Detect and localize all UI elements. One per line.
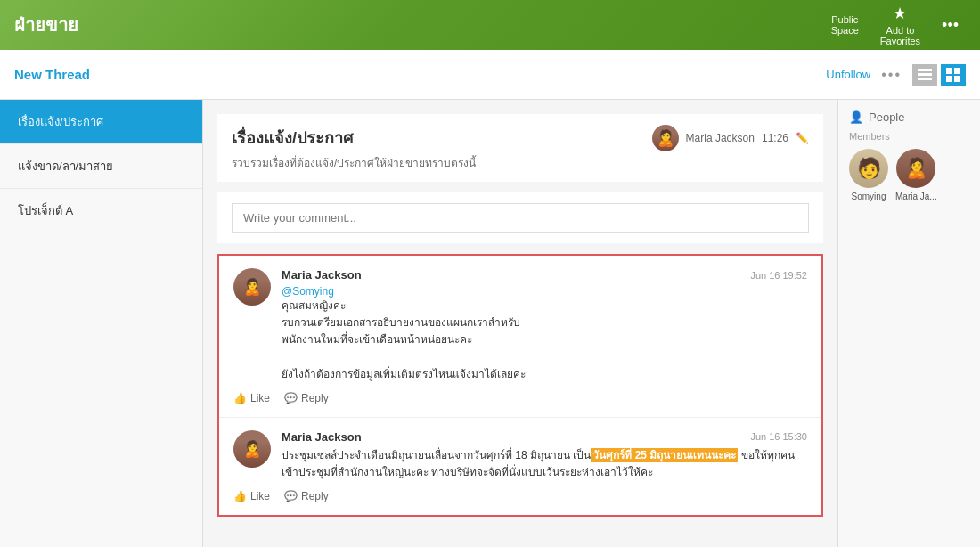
- post-2-meta: Maria Jackson Jun 16 15:30: [282, 430, 807, 444]
- post-2-like-button[interactable]: 👍 Like: [233, 490, 270, 502]
- post-1: 🙎 Maria Jackson Jun 16 19:52 @Somying คุ…: [219, 256, 821, 418]
- reply-icon: 💬: [284, 392, 298, 404]
- post-2-time: Jun 16 15:30: [750, 431, 807, 442]
- post-2-actions: 👍 Like 💬 Reply: [233, 490, 807, 502]
- app-title: ฝ่ายขาย: [14, 11, 824, 39]
- star-icon: ★: [893, 4, 907, 23]
- public-space-label: Public Space: [824, 11, 866, 39]
- new-thread-button[interactable]: New Thread: [14, 67, 826, 82]
- right-panel: 👤 People Members 🧑 Somying 🙎 Maria Ja...: [837, 100, 980, 547]
- sidebar: เรื่องแจ้ง/ประกาศ แจ้งขาด/ลา/มาสาย โปรเจ…: [0, 100, 203, 547]
- post-1-author: Maria Jackson: [282, 268, 362, 282]
- highlighted-text: วันศุกร์ที่ 25 มิถุนายนแทนนะคะ: [591, 448, 738, 462]
- member-maria-avatar: 🙎: [896, 149, 935, 188]
- app-header: ฝ่ายขาย Public Space ★ Add to Favorites …: [0, 0, 980, 50]
- people-icon: 👤: [849, 110, 863, 124]
- edit-icon[interactable]: ✏️: [796, 132, 809, 144]
- like-icon-2: 👍: [233, 490, 247, 502]
- add-to-favorites-button[interactable]: ★ Add to Favorites: [873, 0, 927, 50]
- content-area: เรื่องแจ้ง/ประกาศ รวบรวมเรื่องที่ต้องแจ้…: [203, 100, 837, 547]
- reply-label-2: Reply: [301, 490, 329, 502]
- like-icon: 👍: [233, 392, 247, 404]
- member-somying-avatar: 🧑: [849, 149, 888, 188]
- sidebar-item-leave[interactable]: แจ้งขาด/ลา/มาสาย: [0, 144, 202, 189]
- header-more-button[interactable]: •••: [935, 12, 966, 38]
- toolbar-more-button[interactable]: •••: [881, 67, 902, 83]
- sidebar-item-project-a[interactable]: โปรเจ็กต์ A: [0, 189, 202, 233]
- post-2-header: 🙎 Maria Jackson Jun 16 15:30 ประชุมเซลส์…: [233, 430, 807, 481]
- reply-icon-2: 💬: [284, 490, 298, 502]
- view-toggle: [912, 64, 966, 86]
- main-layout: เรื่องแจ้ง/ประกาศ แจ้งขาด/ลา/มาสาย โปรเจ…: [0, 100, 980, 547]
- post-2-avatar: 🙎: [233, 430, 271, 468]
- right-panel-title: 👤 People: [849, 110, 969, 124]
- thread-subtitle: รวบรวมเรื่องที่ต้องแจ้ง/ประกาศให้ฝ่ายขาย…: [232, 154, 641, 171]
- comment-input[interactable]: [232, 203, 809, 233]
- post-2-reply-button[interactable]: 💬 Reply: [284, 490, 329, 502]
- post-1-meta: Maria Jackson Jun 16 19:52: [282, 268, 807, 282]
- post-2-text: ประชุมเซลส์ประจำเดือนมิถุนายนเลื่อนจากวั…: [282, 447, 807, 481]
- reply-label: Reply: [301, 392, 329, 404]
- thread-meta: 🙎 Maria Jackson 11:26 ✏️: [652, 125, 809, 151]
- member-somying-name: Somying: [852, 192, 886, 201]
- like-label-2: Like: [250, 490, 270, 502]
- post-2: 🙎 Maria Jackson Jun 16 15:30 ประชุมเซลส์…: [219, 418, 821, 515]
- post-2-author: Maria Jackson: [282, 430, 362, 444]
- member-maria: 🙎 Maria Ja...: [895, 149, 937, 201]
- post-1-like-button[interactable]: 👍 Like: [233, 392, 270, 404]
- member-somying: 🧑 Somying: [849, 149, 888, 201]
- sidebar-item-announcements[interactable]: เรื่องแจ้ง/ประกาศ: [0, 100, 202, 144]
- add-favorites-label: Add to Favorites: [880, 25, 920, 46]
- post-1-body: Maria Jackson Jun 16 19:52 @Somying คุณส…: [282, 268, 807, 383]
- post-2-body: Maria Jackson Jun 16 15:30 ประชุมเซลส์ปร…: [282, 430, 807, 481]
- post-1-mention: @Somying: [282, 285, 807, 298]
- list-icon: [918, 68, 932, 82]
- list-view-button[interactable]: [912, 64, 937, 86]
- post-1-reply-button[interactable]: 💬 Reply: [284, 392, 329, 404]
- toolbar: New Thread Unfollow •••: [0, 50, 980, 100]
- thread-header: เรื่องแจ้ง/ประกาศ รวบรวมเรื่องที่ต้องแจ้…: [217, 114, 823, 182]
- thread-author-avatar: 🙎: [652, 125, 679, 151]
- post-1-time: Jun 16 19:52: [750, 270, 807, 281]
- post-1-avatar: 🙎: [233, 268, 271, 306]
- members-label: Members: [849, 131, 969, 142]
- toolbar-right: Unfollow •••: [826, 64, 966, 86]
- thread-title: เรื่องแจ้ง/ประกาศ: [232, 125, 641, 151]
- grid-icon: [946, 68, 960, 82]
- unfollow-button[interactable]: Unfollow: [826, 68, 870, 81]
- thread-author-name: Maria Jackson: [686, 132, 755, 144]
- post-1-header: 🙎 Maria Jackson Jun 16 19:52 @Somying คุ…: [233, 268, 807, 383]
- members-list: 🧑 Somying 🙎 Maria Ja...: [849, 149, 969, 201]
- post-1-actions: 👍 Like 💬 Reply: [233, 392, 807, 404]
- thread-title-block: เรื่องแจ้ง/ประกาศ รวบรวมเรื่องที่ต้องแจ้…: [232, 125, 641, 171]
- member-maria-name: Maria Ja...: [895, 192, 937, 201]
- like-label: Like: [250, 392, 270, 404]
- header-actions: Public Space ★ Add to Favorites •••: [824, 0, 966, 50]
- post-1-text: คุณสมหญิงคะ รบกวนเตรียมเอกสารอธิบายงานขอ…: [282, 298, 807, 383]
- thread-time: 11:26: [762, 132, 788, 144]
- grid-view-button[interactable]: [941, 64, 966, 86]
- posts-container: 🙎 Maria Jackson Jun 16 19:52 @Somying คุ…: [217, 254, 823, 517]
- comment-box: [217, 192, 823, 243]
